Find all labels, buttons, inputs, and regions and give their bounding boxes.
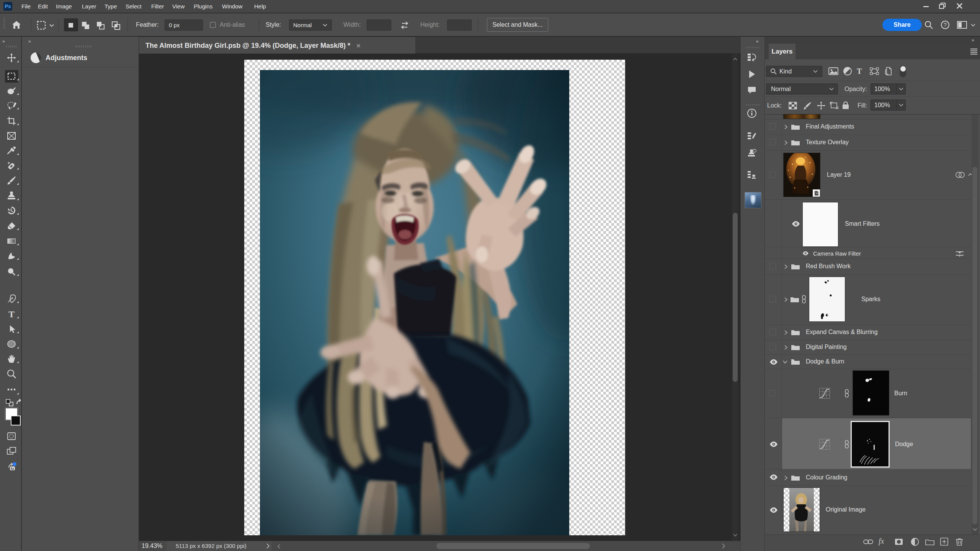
svg-text:?: ? [944,22,947,28]
svg-text:T: T [8,310,15,319]
